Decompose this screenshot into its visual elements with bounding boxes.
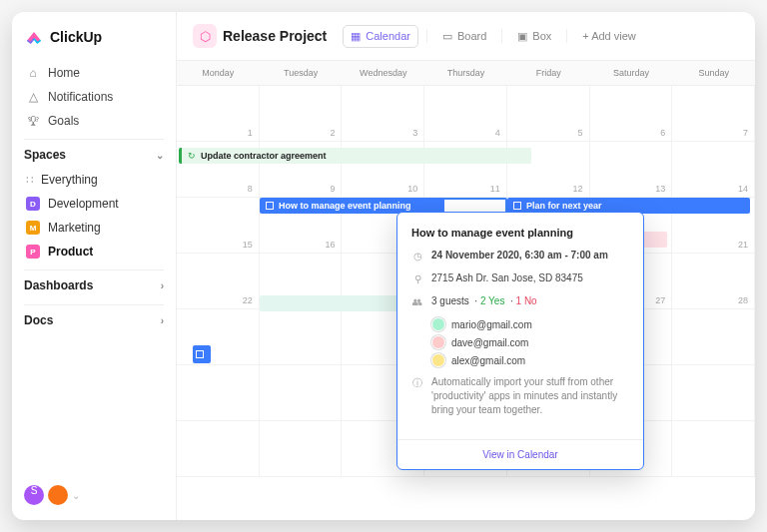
view-tab-calendar[interactable]: ▦ Calendar [343, 25, 418, 48]
space-badge: D [26, 197, 40, 211]
view-tab-board[interactable]: ▭ Board [435, 26, 493, 47]
calendar-cell[interactable]: 14 [672, 142, 755, 198]
calendar-cell[interactable]: 1 [177, 86, 260, 142]
add-view-button[interactable]: + Add view [575, 26, 643, 46]
checkbox-icon [266, 202, 274, 210]
day-number: 13 [655, 184, 665, 194]
nav-label: Home [48, 66, 80, 80]
calendar-cell[interactable] [177, 421, 260, 477]
space-label: Everything [41, 173, 98, 187]
chevron-right-icon: › [161, 315, 164, 326]
calendar-cell[interactable]: 2 [260, 86, 343, 142]
popover-guests-row: 👥︎ 3 guests · 2 Yes · 1 No [411, 294, 629, 309]
app-window: ClickUp ⌂ Home △ Notifications 🏆︎ Goals … [12, 12, 755, 520]
calendar-cell[interactable]: 22 [177, 254, 260, 309]
nav-label: Notifications [48, 90, 113, 104]
view-label: + Add view [582, 30, 636, 42]
day-number: 14 [738, 184, 748, 194]
brand-logo[interactable]: ClickUp [24, 27, 164, 47]
event-chip[interactable] [193, 345, 211, 363]
guests-label: 3 guests [431, 295, 469, 306]
calendar-cell[interactable] [260, 421, 343, 477]
space-everything[interactable]: ∷ Everything [24, 168, 164, 192]
calendar-cell[interactable]: 7 [672, 86, 755, 142]
clickup-logo-icon [24, 27, 44, 47]
calendar-cell[interactable] [177, 309, 260, 365]
calendar-icon: ▦ [351, 30, 361, 43]
guest-item[interactable]: mario@gmail.com [431, 317, 629, 331]
day-number: 10 [407, 184, 417, 194]
guest-email: dave@gmail.com [451, 337, 528, 348]
user-avatar[interactable] [48, 485, 68, 505]
view-label: Calendar [366, 30, 410, 42]
day-number: 4 [495, 128, 500, 138]
avatar-icon [431, 317, 445, 331]
calendar-cell[interactable]: 28 [672, 254, 755, 309]
user-avatar[interactable]: S [24, 485, 44, 505]
chevron-down-icon[interactable]: ⌄ [72, 490, 80, 501]
guests-yes: 2 Yes [480, 295, 504, 306]
avatar-icon [431, 335, 445, 349]
divider [426, 29, 427, 43]
weekday-label: Friday [507, 61, 590, 85]
day-number: 28 [738, 295, 748, 305]
day-number: 22 [243, 295, 253, 305]
weekday-label: Tuesday [260, 61, 343, 85]
avatar-icon [431, 353, 445, 367]
nav-goals[interactable]: 🏆︎ Goals [24, 109, 164, 133]
weekday-label: Sunday [672, 61, 755, 85]
topbar: ⬡ Release Project ▦ Calendar ▭ Board ▣ B… [177, 12, 755, 61]
chevron-down-icon: ⌄ [156, 150, 164, 161]
day-number: 5 [578, 128, 583, 138]
event-title: Update contractor agreement [201, 151, 327, 161]
guest-item[interactable]: dave@gmail.com [431, 335, 629, 349]
view-in-calendar-link[interactable]: View in Calendar [397, 439, 643, 469]
people-icon: 👥︎ [411, 295, 423, 309]
calendar-cell[interactable]: 13 [590, 142, 673, 198]
guest-email: mario@gmail.com [451, 319, 532, 330]
space-product[interactable]: P Product [24, 240, 164, 264]
event-title: Plan for next year [526, 201, 602, 211]
calendar-cell[interactable] [672, 421, 755, 477]
day-number: 12 [573, 184, 583, 194]
calendar-cell[interactable]: 3 [342, 86, 424, 142]
calendar-cell[interactable]: 4 [424, 86, 507, 142]
section-label: Docs [24, 313, 53, 327]
calendar-cell[interactable]: 6 [590, 86, 673, 142]
day-number: 8 [248, 184, 253, 194]
view-tab-box[interactable]: ▣ Box [510, 26, 558, 47]
nav-notifications[interactable]: △ Notifications [24, 85, 164, 109]
brand-name: ClickUp [50, 29, 102, 45]
pin-icon: ⚲ [411, 272, 423, 286]
calendar-cell[interactable] [672, 309, 755, 365]
calendar-cell[interactable]: 5 [507, 86, 590, 142]
section-docs[interactable]: Docs › [24, 304, 164, 333]
space-development[interactable]: D Development [24, 192, 164, 216]
box-icon: ▣ [517, 30, 527, 43]
weekday-label: Monday [177, 61, 260, 85]
calendar-weekday-header: Monday Tuesday Wednesday Thursday Friday… [177, 61, 755, 86]
cube-icon: ⬡ [193, 24, 217, 48]
info-icon: ⓘ [411, 376, 423, 390]
space-marketing[interactable]: M Marketing [24, 216, 164, 240]
calendar-cell[interactable]: 15 [177, 198, 260, 254]
section-spaces[interactable]: Spaces ⌄ [24, 139, 164, 168]
space-label: Product [48, 245, 93, 259]
sidebar-footer: S ⌄ [24, 485, 164, 505]
day-number: 1 [248, 128, 253, 138]
chevron-right-icon: › [161, 280, 164, 291]
weekday-label: Wednesday [342, 61, 424, 85]
nav-home[interactable]: ⌂ Home [24, 61, 164, 85]
board-icon: ▭ [442, 30, 452, 43]
calendar-cell[interactable] [672, 365, 755, 421]
main-area: ⬡ Release Project ▦ Calendar ▭ Board ▣ B… [177, 12, 755, 520]
section-dashboards[interactable]: Dashboards › [24, 269, 164, 298]
calendar-cell[interactable] [260, 365, 343, 421]
divider [566, 29, 567, 43]
event-update-contractor[interactable]: ↻ Update contractor agreement [179, 148, 531, 164]
calendar-cell[interactable] [177, 365, 260, 421]
day-number: 11 [490, 184, 500, 194]
calendar-cell[interactable] [260, 309, 343, 365]
grid-icon: ∷ [26, 173, 33, 187]
guest-item[interactable]: alex@gmail.com [431, 353, 629, 367]
